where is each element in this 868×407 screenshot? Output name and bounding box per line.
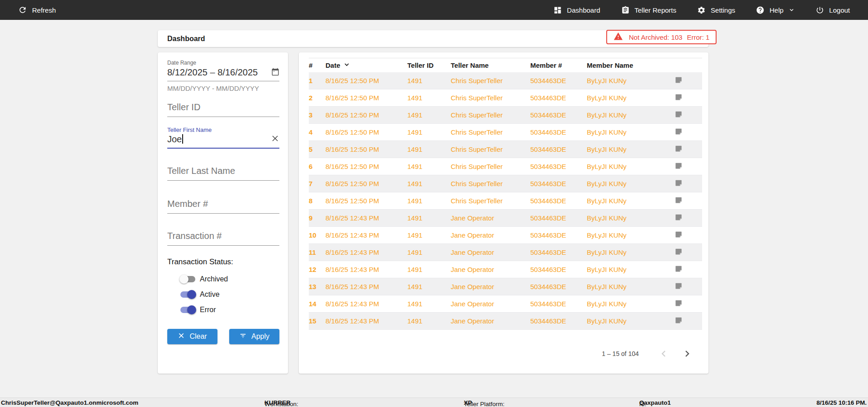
note-icon[interactable] — [675, 299, 683, 309]
date-cell: 8/16/25 12:50 PM — [326, 94, 407, 102]
pagination-range: 1 – 15 of 104 — [602, 350, 639, 357]
date-cell: 8/16/25 12:43 PM — [326, 248, 407, 256]
member-number-cell: 5034463DE — [530, 180, 587, 187]
row-number-cell: 5 — [309, 145, 326, 153]
member-name-cell: ByLyJI KUNy — [587, 300, 673, 308]
teller-id-cell: 1491 — [407, 248, 451, 256]
calendar-icon[interactable] — [271, 68, 279, 78]
date-cell: 8/16/25 12:50 PM — [326, 180, 407, 187]
nav-help[interactable]: Help — [756, 6, 795, 14]
note-icon[interactable] — [675, 248, 683, 257]
pagination: 1 – 15 of 104 — [602, 348, 692, 359]
column-header-num[interactable]: # — [309, 61, 326, 69]
toggle-archived[interactable]: Archived — [167, 274, 279, 285]
table-row[interactable]: 1 8/16/25 12:50 PM 1491 Chris SuperTelle… — [309, 72, 702, 89]
teller-id-cell: 1491 — [407, 111, 451, 119]
table-row[interactable]: 12 8/16/25 12:43 PM 1491 Jane Operator 5… — [309, 261, 702, 278]
note-icon[interactable] — [675, 265, 683, 274]
member-number-input[interactable] — [167, 199, 279, 214]
reports-icon — [621, 6, 630, 14]
note-icon[interactable] — [675, 230, 683, 240]
teller-first-name-field[interactable] — [167, 134, 279, 149]
note-icon[interactable] — [675, 145, 683, 154]
column-header-date[interactable]: Date — [326, 61, 407, 70]
table-row[interactable]: 4 8/16/25 12:50 PM 1491 Chris SuperTelle… — [309, 124, 702, 141]
apply-button[interactable]: Apply — [229, 329, 279, 344]
table-row[interactable]: 10 8/16/25 12:43 PM 1491 Jane Operator 5… — [309, 227, 702, 244]
toggle-error[interactable]: Error — [167, 304, 279, 315]
teller-last-name-input[interactable] — [167, 166, 279, 181]
nav-settings-label: Settings — [711, 6, 735, 14]
table-row[interactable]: 13 8/16/25 12:43 PM 1491 Jane Operator 5… — [309, 278, 702, 295]
row-number-cell: 13 — [309, 283, 326, 290]
transaction-number-input[interactable] — [167, 231, 279, 246]
warning-triangle-icon — [613, 32, 623, 42]
note-icon[interactable] — [675, 196, 683, 206]
teller-name-cell: Chris SuperTeller — [451, 163, 530, 170]
table-row[interactable]: 3 8/16/25 12:50 PM 1491 Chris SuperTelle… — [309, 107, 702, 124]
clear-field-icon[interactable] — [271, 134, 279, 145]
date-range-label: Date Range — [167, 60, 279, 66]
member-number-cell: 5034463DE — [530, 248, 587, 256]
note-icon[interactable] — [675, 127, 683, 137]
nav-dashboard[interactable]: Dashboard — [553, 6, 600, 14]
note-icon[interactable] — [675, 213, 683, 223]
table-row[interactable]: 2 8/16/25 12:50 PM 1491 Chris SuperTelle… — [309, 89, 702, 107]
teller-id-cell: 1491 — [407, 128, 451, 136]
table-row[interactable]: 7 8/16/25 12:50 PM 1491 Chris SuperTelle… — [309, 175, 702, 192]
column-header-member-num[interactable]: Member # — [530, 61, 587, 69]
teller-id-input[interactable] — [167, 102, 279, 117]
date-cell: 8/16/25 12:50 PM — [326, 163, 407, 170]
date-cell: 8/16/25 12:50 PM — [326, 128, 407, 136]
table-row[interactable]: 5 8/16/25 12:50 PM 1491 Chris SuperTelle… — [309, 141, 702, 158]
note-icon[interactable] — [675, 110, 683, 120]
close-icon — [178, 332, 185, 341]
table-row[interactable]: 8 8/16/25 12:50 PM 1491 Chris SuperTelle… — [309, 192, 702, 210]
note-icon[interactable] — [675, 282, 683, 291]
top-nav-bar: Refresh Dashboard Teller Reports Setting… — [0, 0, 868, 20]
nav-dashboard-label: Dashboard — [567, 6, 600, 14]
toggle-active[interactable]: Active — [167, 289, 279, 300]
date-cell: 8/16/25 12:43 PM — [326, 266, 407, 273]
nav-logout[interactable]: Logout — [816, 6, 850, 14]
member-number-cell: 5034463DE — [530, 214, 587, 222]
note-icon[interactable] — [675, 162, 683, 171]
error-count: Error: 1 — [687, 33, 709, 41]
note-icon[interactable] — [675, 316, 683, 326]
date-range-field[interactable]: 8/12/2025 – 8/16/2025 — [167, 67, 279, 81]
column-header-teller-id[interactable]: Teller ID — [407, 61, 451, 69]
not-archived-alert-badge[interactable]: Not Archived: 103 Error: 1 — [606, 30, 717, 44]
table-row[interactable]: 6 8/16/25 12:50 PM 1491 Chris SuperTelle… — [309, 158, 702, 175]
note-icon[interactable] — [675, 179, 683, 188]
refresh-button[interactable]: Refresh — [18, 5, 56, 14]
toggle-switch — [180, 307, 195, 313]
help-icon — [756, 6, 764, 14]
teller-name-cell: Jane Operator — [451, 248, 530, 256]
table-row[interactable]: 9 8/16/25 12:43 PM 1491 Jane Operator 50… — [309, 210, 702, 227]
teller-name-cell: Jane Operator — [451, 283, 530, 290]
refresh-icon — [18, 5, 27, 14]
teller-id-cell: 1491 — [407, 266, 451, 273]
teller-name-cell: Jane Operator — [451, 214, 530, 222]
table-row[interactable]: 15 8/16/25 12:43 PM 1491 Jane Operator 5… — [309, 313, 702, 330]
table-row[interactable]: 11 8/16/25 12:43 PM 1491 Jane Operator 5… — [309, 244, 702, 261]
row-number-cell: 14 — [309, 300, 326, 308]
member-number-cell: 5034463DE — [530, 231, 587, 239]
date-format-hint: MM/DD/YYYY - MM/DD/YYYY — [167, 84, 279, 92]
clear-button[interactable]: Clear — [167, 329, 217, 344]
note-icon[interactable] — [675, 93, 683, 103]
sort-desc-icon — [343, 61, 350, 70]
nav-teller-reports-label: Teller Reports — [635, 6, 677, 14]
column-header-member-name[interactable]: Member Name — [587, 61, 673, 69]
table-row[interactable]: 14 8/16/25 12:43 PM 1491 Jane Operator 5… — [309, 295, 702, 313]
nav-settings[interactable]: Settings — [697, 6, 735, 14]
teller-id-cell: 1491 — [407, 145, 451, 153]
column-header-teller-name[interactable]: Teller Name — [451, 61, 530, 69]
member-name-cell: ByLyJI KUNy — [587, 197, 673, 205]
next-page-button[interactable] — [681, 348, 692, 359]
nav-teller-reports[interactable]: Teller Reports — [621, 6, 677, 14]
member-name-cell: ByLyJI KUNy — [587, 248, 673, 256]
teller-name-cell: Chris SuperTeller — [451, 180, 530, 187]
note-icon[interactable] — [675, 76, 683, 85]
filter-icon — [239, 332, 247, 342]
